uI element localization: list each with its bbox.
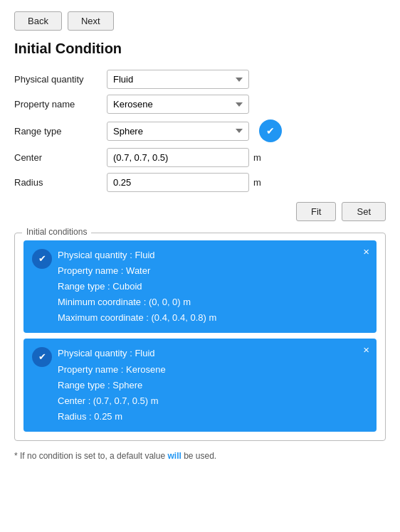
card-2-center: Center : (0.7, 0.7, 0.5) m <box>58 393 368 409</box>
card-1-min-coord: Minimum coordinate : (0, 0, 0) m <box>58 294 368 310</box>
close-card-1-button[interactable]: × <box>363 246 369 257</box>
radius-input[interactable] <box>107 173 249 192</box>
center-label: Center <box>14 152 107 163</box>
card-1-max-coord: Maximum coordinate : (0.4, 0.4, 0.8) m <box>58 310 368 326</box>
footer-note-highlight: will <box>167 451 181 461</box>
conditions-legend: Initial conditions <box>22 227 91 237</box>
checkmark-icon: ✔ <box>266 125 275 137</box>
radius-label: Radius <box>14 177 107 188</box>
set-button[interactable]: Set <box>342 202 386 221</box>
property-name-control: Kerosene Water <box>107 95 386 114</box>
radius-unit: m <box>253 177 261 188</box>
card-1-text: Physical quantity : Fluid Property name … <box>58 248 368 326</box>
action-row: Fit Set <box>14 202 386 221</box>
card-1-inner: ✔ Physical quantity : Fluid Property nam… <box>32 248 368 326</box>
next-button[interactable]: Next <box>68 11 114 31</box>
property-name-label: Property name <box>14 99 107 110</box>
range-type-select[interactable]: Sphere Cuboid <box>107 122 249 141</box>
card-2-radius: Radius : 0.25 m <box>58 409 368 425</box>
center-input[interactable] <box>107 148 249 167</box>
range-type-label: Range type <box>14 126 107 137</box>
radius-row: Radius m <box>14 173 386 192</box>
center-row: Center m <box>14 148 386 167</box>
condition-card-2: × ✔ Physical quantity : Fluid Property n… <box>23 339 377 431</box>
conditions-section: Initial conditions × ✔ Physical quantity… <box>14 233 386 441</box>
range-type-icon-button[interactable]: ✔ <box>259 119 282 142</box>
card-2-checkmark: ✔ <box>38 349 46 365</box>
radius-control: m <box>107 173 386 192</box>
physical-quantity-select[interactable]: Fluid <box>107 70 249 89</box>
card-2-text: Physical quantity : Fluid Property name … <box>58 346 368 424</box>
card-2-physical-quantity: Physical quantity : Fluid <box>58 346 368 361</box>
card-1-physical-quantity: Physical quantity : Fluid <box>58 248 368 263</box>
card-1-icon: ✔ <box>32 249 52 269</box>
card-1-property-name: Property name : Water <box>58 263 368 279</box>
center-unit: m <box>253 152 261 163</box>
physical-quantity-control: Fluid <box>107 70 386 89</box>
card-1-range-type: Range type : Cuboid <box>58 279 368 294</box>
physical-quantity-label: Physical quantity <box>14 74 107 85</box>
property-name-select[interactable]: Kerosene Water <box>107 95 249 114</box>
physical-quantity-row: Physical quantity Fluid <box>14 70 386 89</box>
fit-button[interactable]: Fit <box>296 202 336 221</box>
center-control: m <box>107 148 386 167</box>
condition-card-1: × ✔ Physical quantity : Fluid Property n… <box>23 240 377 333</box>
footer-note-suffix: be used. <box>181 451 216 461</box>
footer-note-text: * If no condition is set to, a default v… <box>14 451 167 461</box>
back-button[interactable]: Back <box>14 11 62 31</box>
property-name-row: Property name Kerosene Water <box>14 95 386 114</box>
form-section: Physical quantity Fluid Property name Ke… <box>14 70 386 192</box>
card-2-inner: ✔ Physical quantity : Fluid Property nam… <box>32 346 368 424</box>
card-1-checkmark: ✔ <box>38 251 46 267</box>
close-card-2-button[interactable]: × <box>363 344 369 355</box>
page-title: Initial Condition <box>14 41 386 57</box>
card-2-property-name: Property name : Kerosene <box>58 362 368 378</box>
footer-note: * If no condition is set to, a default v… <box>14 451 386 461</box>
range-type-control: Sphere Cuboid ✔ <box>107 119 386 142</box>
card-2-range-type: Range type : Sphere <box>58 378 368 393</box>
range-type-row: Range type Sphere Cuboid ✔ <box>14 119 386 142</box>
card-2-icon: ✔ <box>32 347 52 367</box>
